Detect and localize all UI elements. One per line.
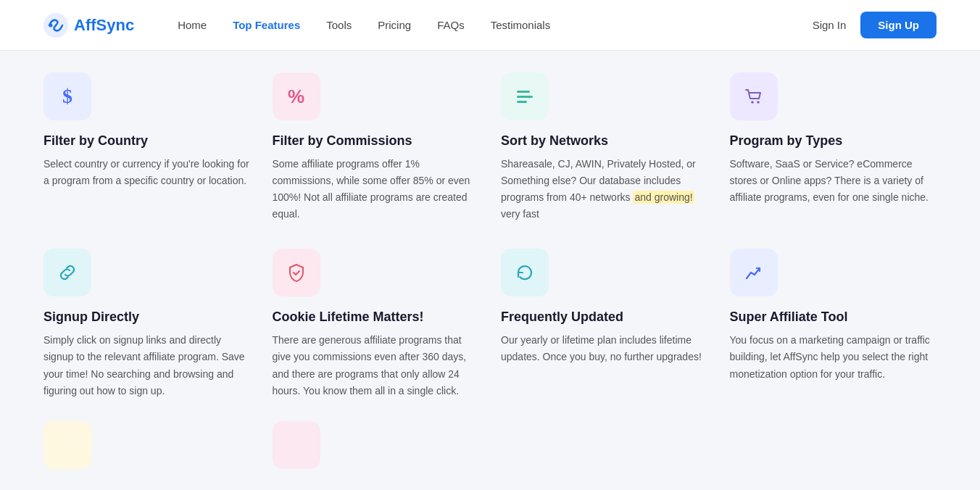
- sort-icon: [515, 86, 535, 107]
- sort-icon-box: [501, 72, 549, 120]
- feature-grid-row2: Signup Directly Simply click on signup l…: [43, 249, 937, 399]
- nav-top-features[interactable]: Top Features: [233, 19, 300, 31]
- link-icon: [57, 262, 78, 283]
- update-icon: [515, 262, 535, 283]
- main-content: $ Filter by Country Select country or cu…: [0, 51, 980, 490]
- feature-grid-row1: $ Filter by Country Select country or cu…: [43, 72, 937, 223]
- svg-rect-4: [517, 101, 527, 103]
- chart-icon: [744, 262, 764, 283]
- feature-title-signup: Signup Directly: [43, 310, 251, 325]
- nav-links: Home Top Features Tools Pricing FAQs Tes…: [178, 19, 812, 31]
- svg-point-1: [49, 23, 53, 27]
- cart-icon: [744, 86, 764, 107]
- feature-title-program-types: Program by Types: [730, 133, 937, 149]
- feature-desc-super-affiliate: You focus on a marketing campaign or tra…: [730, 332, 937, 382]
- dollar-icon: $: [62, 85, 72, 108]
- bottom-icon-2: [273, 421, 320, 469]
- bottom-icon-4: [730, 421, 778, 469]
- feature-title-super-affiliate: Super Affiliate Tool: [730, 310, 937, 325]
- logo[interactable]: AffSync: [43, 13, 134, 38]
- shield-icon-box: [273, 249, 320, 296]
- nav-faqs[interactable]: FAQs: [437, 19, 465, 31]
- navbar: AffSync Home Top Features Tools Pricing …: [0, 0, 980, 51]
- feature-title-country: Filter by Country: [43, 133, 251, 149]
- percent-icon-box: %: [273, 72, 320, 120]
- svg-point-5: [751, 101, 754, 104]
- highlight-growing: and growing!: [633, 191, 694, 204]
- signin-button[interactable]: Sign In: [813, 19, 847, 31]
- logo-icon: [43, 13, 68, 38]
- svg-rect-2: [517, 91, 530, 93]
- feature-desc-cookie: There are generous affiliate programs th…: [273, 332, 480, 399]
- dollar-icon-box: $: [43, 72, 91, 120]
- feature-desc-commissions: Some affiliate programs offer 1% commiss…: [273, 156, 480, 223]
- feature-filter-country: $ Filter by Country Select country or cu…: [43, 72, 251, 223]
- feature-sort-networks: Sort by Networks Shareasale, CJ, AWIN, P…: [501, 72, 708, 223]
- feature-desc-signup: Simply click on signup links and directl…: [43, 332, 251, 399]
- feature-cookie-lifetime: Cookie Lifetime Matters! There are gener…: [273, 249, 480, 399]
- bottom-icon-3: [501, 421, 549, 469]
- feature-title-networks: Sort by Networks: [501, 133, 708, 149]
- shield-icon: [287, 262, 306, 283]
- nav-testimonials[interactable]: Testimonials: [491, 19, 551, 31]
- nav-home[interactable]: Home: [178, 19, 207, 31]
- feature-title-cookie: Cookie Lifetime Matters!: [273, 310, 480, 325]
- feature-filter-commissions: % Filter by Commissions Some affiliate p…: [273, 72, 480, 223]
- svg-rect-3: [517, 96, 533, 98]
- chart-icon-box: [730, 249, 778, 296]
- logo-text: AffSync: [74, 16, 134, 35]
- feature-super-affiliate: Super Affiliate Tool You focus on a mark…: [730, 249, 937, 399]
- link-icon-box: [43, 249, 91, 296]
- nav-tools[interactable]: Tools: [326, 19, 352, 31]
- nav-actions: Sign In Sign Up: [813, 12, 937, 38]
- signup-button[interactable]: Sign Up: [860, 12, 937, 38]
- svg-point-6: [757, 101, 760, 104]
- bottom-icon-1: [43, 421, 91, 469]
- bottom-icons-partial: [43, 421, 937, 469]
- nav-pricing[interactable]: Pricing: [378, 19, 411, 31]
- feature-frequently-updated: Frequently Updated Our yearly or lifetim…: [501, 249, 708, 399]
- feature-desc-networks: Shareasale, CJ, AWIN, Privately Hosted, …: [501, 156, 708, 223]
- feature-desc-country: Select country or currency if you're loo…: [43, 156, 251, 189]
- feature-program-types: Program by Types Software, SaaS or Servi…: [730, 72, 937, 223]
- update-icon-box: [501, 249, 549, 296]
- feature-desc-program-types: Software, SaaS or Service? eCommerce sto…: [730, 156, 937, 206]
- cart-icon-box: [730, 72, 778, 120]
- feature-title-commissions: Filter by Commissions: [273, 133, 480, 149]
- feature-desc-updated: Our yearly or lifetime plan includes lif…: [501, 332, 708, 365]
- feature-signup-directly: Signup Directly Simply click on signup l…: [43, 249, 251, 399]
- feature-title-updated: Frequently Updated: [501, 310, 708, 325]
- percent-icon: %: [288, 86, 304, 108]
